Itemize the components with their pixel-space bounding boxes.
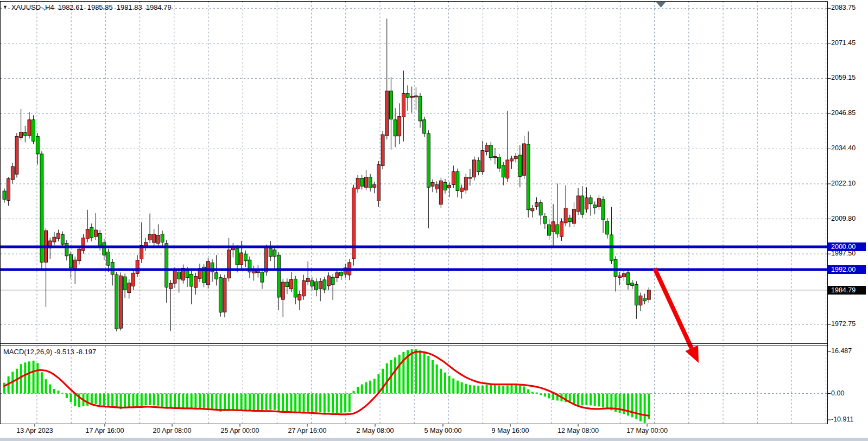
chart-shift-marker-icon (656, 2, 666, 8)
macd-histogram-bar (344, 394, 346, 413)
macd-histogram-bar (124, 394, 126, 408)
candle-body-green (423, 120, 426, 133)
trend-arrow-line[interactable] (655, 269, 692, 348)
macd-histogram-bar (216, 394, 218, 411)
macd-histogram-bar (577, 394, 579, 405)
candle-body-green (601, 200, 605, 220)
macd-histogram-bar (74, 394, 76, 406)
macd-histogram-bar (45, 379, 47, 393)
macd-histogram-bar (432, 360, 434, 394)
candle-body-green (178, 272, 181, 279)
macd-histogram-bar (506, 386, 509, 394)
macd-histogram-bar (33, 361, 35, 394)
macd-histogram-bar (319, 394, 321, 413)
macd-histogram-bar (473, 386, 476, 394)
candle-body-green (502, 165, 505, 177)
candle-body-green (311, 280, 314, 286)
macd-histogram-bar (28, 361, 30, 393)
macd-histogram-bar (211, 394, 213, 410)
candle-body-red (552, 222, 555, 232)
candle-body-red (281, 282, 284, 299)
macd-histogram-bar (461, 382, 463, 394)
chart-canvas[interactable] (0, 0, 868, 441)
candle-body-red (153, 234, 156, 242)
macd-histogram-bar (639, 394, 642, 421)
candle-body-red (227, 250, 231, 278)
candle-body-red (385, 91, 389, 136)
macd-histogram-bar (240, 394, 243, 410)
macd-histogram-bar (411, 349, 413, 393)
candle-body-green (406, 94, 409, 98)
candle-body-red (460, 188, 464, 191)
ohlc-header: ▼ XAUUSD-,H4 1982.61 1985.85 1981.83 198… (3, 3, 172, 11)
macd-histogram-bar (236, 394, 238, 410)
macd-histogram-bar (182, 394, 184, 408)
candle-body-red (78, 249, 81, 261)
current-price-badge: 1984.79 (828, 286, 866, 295)
candle-body-green (294, 279, 297, 297)
macd-histogram-bar (448, 376, 451, 394)
macd-histogram-bar (352, 391, 354, 394)
macd-histogram-bar (519, 386, 521, 393)
candle-body-red (327, 276, 330, 286)
candle-body-green (3, 191, 6, 199)
candle-body-red (128, 283, 131, 293)
macd-histogram-bar (132, 394, 134, 407)
candle-body-red (156, 235, 160, 243)
candle-body-green (190, 274, 193, 286)
price-axis-label: 2034.40 (831, 144, 856, 152)
time-axis-label: 2 May 08:00 (357, 427, 394, 434)
candle-body-red (306, 278, 309, 282)
macd-histogram-bar (269, 394, 271, 410)
macd-histogram-bar (166, 394, 168, 409)
window-bottom-strip (0, 438, 868, 441)
candle-body-green (527, 144, 530, 210)
candle-body-green (115, 274, 118, 329)
price-axis-label: 2059.15 (831, 74, 856, 81)
price-axis-label: 1972.75 (831, 320, 856, 328)
time-axis-label: 17 May 00:00 (626, 427, 668, 434)
macd-histogram-bar (581, 394, 584, 406)
time-axis-label: 5 May 00:00 (425, 427, 462, 434)
macd-histogram-bar (244, 394, 246, 411)
macd-histogram-bar (224, 394, 226, 411)
price-level-badge: 1992.00 (828, 265, 866, 274)
candle-body-green (568, 218, 572, 222)
macd-histogram-bar (303, 394, 305, 412)
macd-histogram-bar (523, 387, 525, 394)
candle-body-red (298, 295, 301, 301)
candle-body-red (493, 157, 497, 158)
macd-histogram-bar (161, 394, 163, 407)
candle-body-red (452, 171, 455, 184)
candle-body-red (131, 273, 135, 286)
macd-histogram-bar (157, 394, 159, 406)
candle-body-red (510, 159, 514, 161)
macd-histogram-bar (527, 389, 529, 394)
candle-body-green (427, 133, 430, 187)
macd-histogram-bar (469, 385, 471, 394)
macd-histogram-bar (282, 394, 284, 412)
macd-histogram-bar (99, 394, 101, 405)
macd-histogram-bar (144, 394, 147, 406)
macd-histogram-bar (477, 386, 479, 393)
macd-histogram-bar (153, 394, 155, 406)
macd-histogram-bar (585, 394, 587, 405)
macd-histogram-bar (531, 392, 534, 393)
macd-histogram-bar (369, 381, 371, 394)
candle-body-green (215, 273, 218, 279)
candle-body-green (244, 254, 247, 261)
candle-body-red (119, 276, 122, 329)
macd-histogram-bar (286, 394, 288, 412)
candle-body-red (57, 233, 60, 239)
candle-body-red (377, 164, 380, 201)
macd-histogram-bar (307, 394, 309, 412)
macd-histogram-bar (535, 393, 537, 394)
macd-histogram-bar (20, 364, 22, 393)
macd-histogram-bar (257, 394, 259, 411)
macd-histogram-bar (436, 365, 438, 394)
candle-body-red (94, 230, 98, 237)
macd-histogram-bar (573, 394, 575, 404)
macd-histogram-bar (186, 394, 188, 408)
macd-histogram-bar (194, 394, 197, 408)
macd-histogram-bar (278, 394, 280, 411)
